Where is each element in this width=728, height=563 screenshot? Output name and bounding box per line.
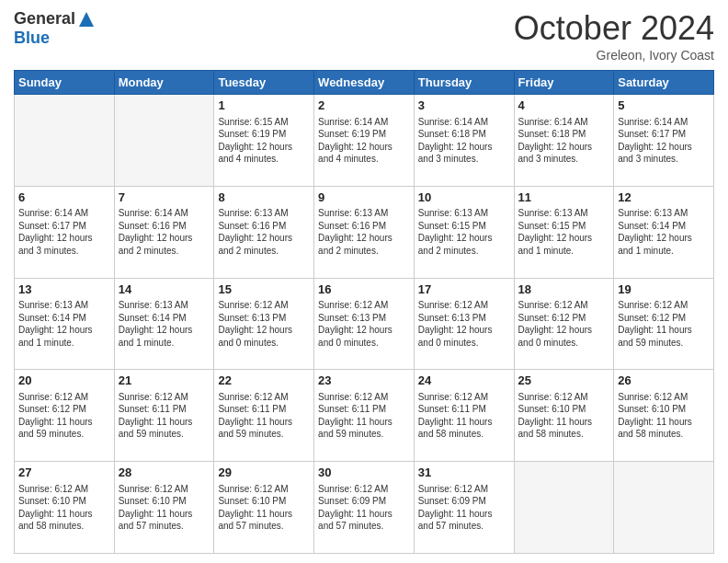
day-number: 21 <box>119 373 210 389</box>
day-info: Sunrise: 6:14 AM Sunset: 6:17 PM Dayligh… <box>618 116 710 166</box>
location: Greleon, Ivory Coast <box>514 48 714 63</box>
day-info: Sunrise: 6:12 AM Sunset: 6:10 PM Dayligh… <box>618 391 710 441</box>
day-number: 28 <box>119 465 210 481</box>
calendar-cell: 12Sunrise: 6:13 AM Sunset: 6:14 PM Dayli… <box>614 186 714 278</box>
day-info: Sunrise: 6:12 AM Sunset: 6:13 PM Dayligh… <box>218 299 310 349</box>
calendar-cell: 22Sunrise: 6:12 AM Sunset: 6:11 PM Dayli… <box>214 370 314 462</box>
day-number: 20 <box>18 373 110 389</box>
svg-marker-0 <box>79 12 94 27</box>
day-info: Sunrise: 6:12 AM Sunset: 6:12 PM Dayligh… <box>618 299 710 349</box>
day-number: 3 <box>418 98 510 114</box>
day-info: Sunrise: 6:14 AM Sunset: 6:18 PM Dayligh… <box>518 116 610 166</box>
day-info: Sunrise: 6:13 AM Sunset: 6:14 PM Dayligh… <box>618 207 710 257</box>
calendar-cell: 14Sunrise: 6:13 AM Sunset: 6:14 PM Dayli… <box>114 278 214 370</box>
calendar-cell: 31Sunrise: 6:12 AM Sunset: 6:09 PM Dayli… <box>414 462 514 554</box>
day-number: 10 <box>418 190 510 206</box>
day-info: Sunrise: 6:14 AM Sunset: 6:17 PM Dayligh… <box>18 207 110 257</box>
col-tuesday: Tuesday <box>214 71 314 95</box>
day-number: 6 <box>18 190 110 206</box>
calendar-week-row: 6Sunrise: 6:14 AM Sunset: 6:17 PM Daylig… <box>15 186 714 278</box>
day-number: 5 <box>618 98 710 114</box>
day-number: 12 <box>618 190 710 206</box>
day-number: 22 <box>218 373 310 389</box>
day-info: Sunrise: 6:13 AM Sunset: 6:14 PM Dayligh… <box>119 299 210 349</box>
day-info: Sunrise: 6:12 AM Sunset: 6:11 PM Dayligh… <box>218 391 310 441</box>
day-info: Sunrise: 6:12 AM Sunset: 6:10 PM Dayligh… <box>119 483 210 533</box>
calendar-cell: 20Sunrise: 6:12 AM Sunset: 6:12 PM Dayli… <box>15 370 115 462</box>
day-info: Sunrise: 6:13 AM Sunset: 6:14 PM Dayligh… <box>18 299 110 349</box>
day-number: 16 <box>318 282 410 298</box>
calendar-cell: 4Sunrise: 6:14 AM Sunset: 6:18 PM Daylig… <box>514 95 614 187</box>
calendar-cell: 30Sunrise: 6:12 AM Sunset: 6:09 PM Dayli… <box>314 462 415 554</box>
day-info: Sunrise: 6:12 AM Sunset: 6:09 PM Dayligh… <box>418 483 510 533</box>
day-number: 8 <box>218 190 310 206</box>
day-info: Sunrise: 6:12 AM Sunset: 6:13 PM Dayligh… <box>318 299 410 349</box>
day-info: Sunrise: 6:12 AM Sunset: 6:11 PM Dayligh… <box>418 391 510 441</box>
logo: General Blue <box>14 9 96 48</box>
col-sunday: Sunday <box>15 71 115 95</box>
calendar-cell: 5Sunrise: 6:14 AM Sunset: 6:17 PM Daylig… <box>614 95 714 187</box>
col-wednesday: Wednesday <box>314 71 415 95</box>
calendar-cell: 29Sunrise: 6:12 AM Sunset: 6:10 PM Dayli… <box>214 462 314 554</box>
day-number: 7 <box>119 190 210 206</box>
day-info: Sunrise: 6:12 AM Sunset: 6:10 PM Dayligh… <box>518 391 610 441</box>
calendar-cell: 8Sunrise: 6:13 AM Sunset: 6:16 PM Daylig… <box>214 186 314 278</box>
logo-blue-text: Blue <box>14 29 50 48</box>
day-info: Sunrise: 6:12 AM Sunset: 6:10 PM Dayligh… <box>18 483 110 533</box>
calendar-table: Sunday Monday Tuesday Wednesday Thursday… <box>14 70 714 554</box>
calendar-cell: 1Sunrise: 6:15 AM Sunset: 6:19 PM Daylig… <box>214 95 314 187</box>
title-area: October 2024 Greleon, Ivory Coast <box>514 9 714 63</box>
day-number: 23 <box>318 373 410 389</box>
calendar-cell <box>15 95 115 187</box>
day-number: 1 <box>218 98 310 114</box>
calendar-cell: 3Sunrise: 6:14 AM Sunset: 6:18 PM Daylig… <box>414 95 514 187</box>
day-number: 4 <box>518 98 610 114</box>
calendar-header-row: Sunday Monday Tuesday Wednesday Thursday… <box>15 71 714 95</box>
col-monday: Monday <box>114 71 214 95</box>
day-number: 18 <box>518 282 610 298</box>
calendar-cell <box>514 462 614 554</box>
calendar-week-row: 1Sunrise: 6:15 AM Sunset: 6:19 PM Daylig… <box>15 95 714 187</box>
day-info: Sunrise: 6:12 AM Sunset: 6:11 PM Dayligh… <box>318 391 410 441</box>
calendar-cell: 19Sunrise: 6:12 AM Sunset: 6:12 PM Dayli… <box>614 278 714 370</box>
calendar-cell: 9Sunrise: 6:13 AM Sunset: 6:16 PM Daylig… <box>314 186 415 278</box>
day-number: 15 <box>218 282 310 298</box>
calendar-cell <box>614 462 714 554</box>
calendar-cell: 23Sunrise: 6:12 AM Sunset: 6:11 PM Dayli… <box>314 370 415 462</box>
calendar-cell: 21Sunrise: 6:12 AM Sunset: 6:11 PM Dayli… <box>114 370 214 462</box>
calendar-cell: 25Sunrise: 6:12 AM Sunset: 6:10 PM Dayli… <box>514 370 614 462</box>
calendar-cell: 28Sunrise: 6:12 AM Sunset: 6:10 PM Dayli… <box>114 462 214 554</box>
day-info: Sunrise: 6:12 AM Sunset: 6:13 PM Dayligh… <box>418 299 510 349</box>
day-number: 29 <box>218 465 310 481</box>
day-info: Sunrise: 6:12 AM Sunset: 6:12 PM Dayligh… <box>518 299 610 349</box>
day-info: Sunrise: 6:12 AM Sunset: 6:12 PM Dayligh… <box>18 391 110 441</box>
day-info: Sunrise: 6:13 AM Sunset: 6:16 PM Dayligh… <box>318 207 410 257</box>
header: General Blue October 2024 Greleon, Ivory… <box>14 9 714 63</box>
calendar-cell: 13Sunrise: 6:13 AM Sunset: 6:14 PM Dayli… <box>15 278 115 370</box>
col-saturday: Saturday <box>614 71 714 95</box>
day-number: 30 <box>318 465 410 481</box>
col-friday: Friday <box>514 71 614 95</box>
day-info: Sunrise: 6:12 AM Sunset: 6:09 PM Dayligh… <box>318 483 410 533</box>
calendar-cell: 24Sunrise: 6:12 AM Sunset: 6:11 PM Dayli… <box>414 370 514 462</box>
day-info: Sunrise: 6:14 AM Sunset: 6:18 PM Dayligh… <box>418 116 510 166</box>
day-number: 13 <box>18 282 110 298</box>
calendar-cell: 11Sunrise: 6:13 AM Sunset: 6:15 PM Dayli… <box>514 186 614 278</box>
day-info: Sunrise: 6:15 AM Sunset: 6:19 PM Dayligh… <box>218 116 310 166</box>
day-number: 26 <box>618 373 710 389</box>
calendar-cell: 16Sunrise: 6:12 AM Sunset: 6:13 PM Dayli… <box>314 278 415 370</box>
day-info: Sunrise: 6:13 AM Sunset: 6:16 PM Dayligh… <box>218 207 310 257</box>
calendar-week-row: 20Sunrise: 6:12 AM Sunset: 6:12 PM Dayli… <box>15 370 714 462</box>
day-number: 14 <box>119 282 210 298</box>
calendar-cell: 18Sunrise: 6:12 AM Sunset: 6:12 PM Dayli… <box>514 278 614 370</box>
day-number: 24 <box>418 373 510 389</box>
calendar-cell: 2Sunrise: 6:14 AM Sunset: 6:19 PM Daylig… <box>314 95 415 187</box>
calendar-cell: 15Sunrise: 6:12 AM Sunset: 6:13 PM Dayli… <box>214 278 314 370</box>
day-number: 2 <box>318 98 410 114</box>
calendar-cell: 10Sunrise: 6:13 AM Sunset: 6:15 PM Dayli… <box>414 186 514 278</box>
calendar-week-row: 13Sunrise: 6:13 AM Sunset: 6:14 PM Dayli… <box>15 278 714 370</box>
col-thursday: Thursday <box>414 71 514 95</box>
calendar-cell: 26Sunrise: 6:12 AM Sunset: 6:10 PM Dayli… <box>614 370 714 462</box>
logo-general-text: General <box>14 9 75 29</box>
month-title: October 2024 <box>514 9 714 48</box>
